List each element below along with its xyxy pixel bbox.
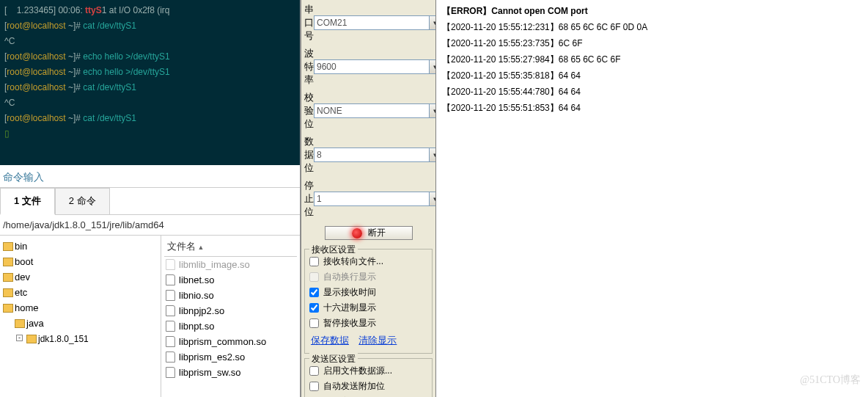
auto-wrap-label: 自动换行显示 <box>323 271 376 283</box>
ctrl-c: ^C <box>4 36 15 46</box>
left-panel: [ 1.233465] 00:06: ttyS1 at I/O 0x2f8 (i… <box>0 0 301 397</box>
folder-item[interactable]: boot <box>1 254 159 269</box>
auto-extra-label: 自动发送附加位 <box>323 380 385 393</box>
folder-item[interactable]: etc <box>1 285 159 300</box>
file-item[interactable]: libprism_es2.so <box>164 349 297 365</box>
folder-item-jdk[interactable]: -jdk1.8.0_151 <box>1 331 159 346</box>
folder-item[interactable]: bin <box>1 238 159 254</box>
log-line-error: 【ERROR】Cannot open COM port <box>442 3 862 19</box>
recv-to-file-checkbox[interactable] <box>309 257 319 266</box>
folder-item-java[interactable]: java <box>1 316 159 331</box>
kernel-line: [ 1.233465] 00:06: ttyS1 at I/O 0x2f8 (i… <box>4 5 169 15</box>
log-line: 【2020-11-20 15:55:51:853】64 64 <box>442 100 862 116</box>
auto-extra-checkbox[interactable] <box>309 382 319 391</box>
file-item[interactable]: libnpt.so <box>164 318 297 334</box>
ctrl-c: ^C <box>4 98 15 108</box>
prompt-line: [root@localhost ~]# echo hello >/dev/tty… <box>4 67 170 77</box>
terminal[interactable]: [ 1.233465] 00:06: ttyS1 at I/O 0x2f8 (i… <box>0 0 300 165</box>
file-item[interactable]: libprism_common.so <box>164 334 297 349</box>
status-dot-icon <box>352 228 362 238</box>
file-item[interactable]: libnet.so <box>164 272 297 288</box>
log-panel[interactable]: 【ERROR】Cannot open COM port 【2020-11-20 … <box>436 0 868 397</box>
file-item[interactable]: libnpjp2.so <box>164 303 297 318</box>
clear-display-link[interactable]: 清除显示 <box>358 335 397 346</box>
folder-label: jdk1.8.0_151 <box>38 334 89 344</box>
data-row: 数据位 ▼ <box>304 135 433 175</box>
recv-to-file-label: 接收转向文件... <box>323 255 383 268</box>
tabs: 1 文件 2 命令 <box>0 188 300 215</box>
file-item[interactable]: libmlib_image.so <box>164 257 297 272</box>
file-source-checkbox[interactable] <box>309 366 319 376</box>
disconnect-label: 断开 <box>368 227 386 239</box>
baud-row: 波特率 ▼ <box>304 47 433 87</box>
show-time-label: 显示接收时间 <box>323 286 376 299</box>
show-time-checkbox[interactable] <box>309 288 319 297</box>
folder-item[interactable]: dev <box>1 269 159 285</box>
parity-input[interactable] <box>314 103 430 118</box>
baud-input[interactable] <box>314 59 430 74</box>
file-source-label: 启用文件数据源... <box>323 365 392 377</box>
path-bar[interactable]: /home/java/jdk1.8.0_151/jre/lib/amd64 <box>0 215 300 236</box>
stop-input[interactable] <box>314 192 430 206</box>
dropdown-icon[interactable]: ▼ <box>430 147 436 162</box>
save-data-link[interactable]: 保存数据 <box>311 335 349 346</box>
send-group-title: 发送区设置 <box>309 353 358 365</box>
tab-commands[interactable]: 2 命令 <box>55 188 110 214</box>
port-label: 串口号 <box>304 3 314 43</box>
parity-label: 校验位 <box>304 91 314 131</box>
file-item[interactable]: libnio.so <box>164 288 297 303</box>
tab-files[interactable]: 1 文件 <box>0 188 55 215</box>
stop-label: 停止位 <box>304 179 314 219</box>
log-line: 【2020-11-20 15:55:27:984】68 65 6C 6C 6F <box>442 51 862 68</box>
file-browser: bin boot dev etc home java -jdk1.8.0_151… <box>0 236 300 397</box>
recv-settings-group: 接收区设置 接收转向文件... 自动换行显示 显示接收时间 十六进制显示 暂停接… <box>304 249 433 354</box>
data-input[interactable] <box>314 147 430 162</box>
folder-item[interactable]: home <box>1 300 159 316</box>
watermark: @51CTO博客 <box>800 372 861 388</box>
send-settings-group: 发送区设置 启用文件数据源... 自动发送附加位 发送完自动清空 按十六进制发送 <box>304 358 433 397</box>
log-line: 【2020-11-20 15:55:44:780】64 64 <box>442 84 862 100</box>
tree-collapse-icon[interactable]: - <box>16 335 23 341</box>
log-line: 【2020-11-20 15:55:12:231】68 65 6C 6C 6F … <box>442 19 862 35</box>
dropdown-icon[interactable]: ▼ <box>430 59 436 74</box>
log-line: 【2020-11-20 15:55:23:735】6C 6F <box>442 35 862 51</box>
serial-config-panel: 串口号 ▼ 波特率 ▼ 校验位 ▼ 数据位 ▼ 停止位 ▼ 断开 接收区设置 接… <box>301 0 436 397</box>
log-line: 【2020-11-20 15:55:35:818】64 64 <box>442 68 862 84</box>
baud-label: 波特率 <box>304 47 314 87</box>
stop-row: 停止位 ▼ <box>304 179 433 219</box>
prompt-line: [root@localhost ~]# cat /dev/ttyS1 <box>4 113 136 123</box>
disconnect-button[interactable]: 断开 <box>325 226 413 240</box>
prompt-line: [root@localhost ~]# cat /dev/ttyS1 <box>4 82 136 92</box>
hex-disp-label: 十六进制显示 <box>323 302 376 314</box>
parity-row: 校验位 ▼ <box>304 91 433 131</box>
file-list[interactable]: 文件名 libmlib_image.so libnet.so libnio.so… <box>161 236 300 397</box>
recv-group-title: 接收区设置 <box>309 244 358 256</box>
hex-disp-checkbox[interactable] <box>309 303 319 313</box>
dropdown-icon[interactable]: ▼ <box>430 192 436 206</box>
dropdown-icon[interactable]: ▼ <box>430 15 436 30</box>
folder-tree[interactable]: bin boot dev etc home java -jdk1.8.0_151 <box>0 236 161 397</box>
file-item[interactable]: libprism_sw.so <box>164 365 297 380</box>
files-column-header[interactable]: 文件名 <box>164 237 297 257</box>
cmd-input-label: 命令输入 <box>0 165 300 188</box>
pause-disp-label: 暂停接收显示 <box>323 317 376 329</box>
port-row: 串口号 ▼ <box>304 3 433 43</box>
port-input[interactable] <box>314 15 430 30</box>
data-label: 数据位 <box>304 135 314 175</box>
prompt-line: [root@localhost ~]# cat /dev/ttyS1 <box>4 21 136 31</box>
cursor: ▯ <box>4 128 10 139</box>
dropdown-icon[interactable]: ▼ <box>430 103 436 118</box>
prompt-line: [root@localhost ~]# echo hello >/dev/tty… <box>4 51 170 62</box>
auto-wrap-checkbox <box>309 272 319 282</box>
pause-disp-checkbox[interactable] <box>309 318 319 328</box>
